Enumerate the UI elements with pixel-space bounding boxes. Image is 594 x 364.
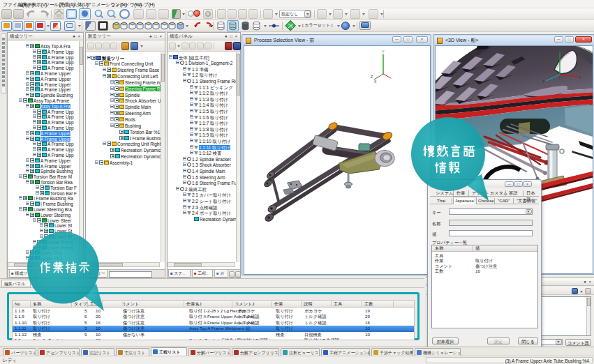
svg-text:Z: Z [542,79,544,84]
svg-text:Z: Z [371,75,373,79]
svg-text:X: X [374,79,377,84]
svg-text:Y: Y [382,50,385,54]
